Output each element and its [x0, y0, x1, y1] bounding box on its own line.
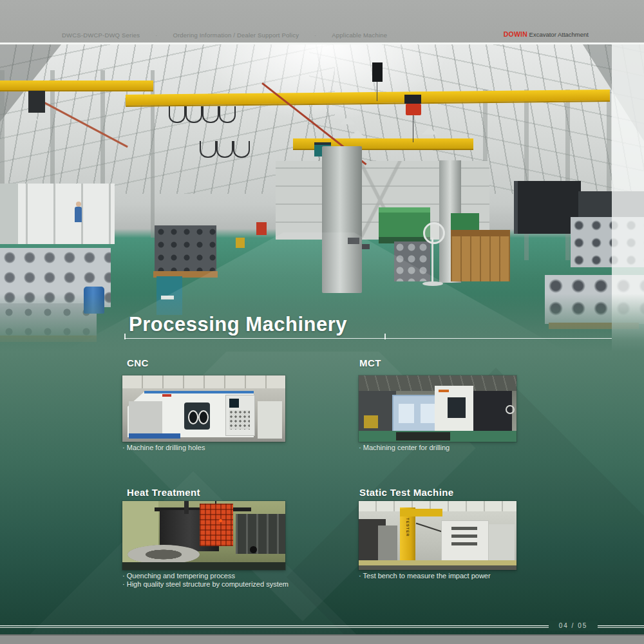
dark-floor-mat — [396, 432, 450, 440]
page-number: 04 / 05 — [549, 621, 598, 630]
hydraulic-hose — [416, 523, 442, 533]
nav-separator-icon: · — [155, 32, 157, 39]
cable-loop-icon — [216, 141, 233, 158]
photo-ceiling — [122, 375, 285, 388]
cnc-logo-mark — [162, 394, 171, 397]
cable-loop-icon — [233, 141, 250, 158]
factory-hero-photo — [0, 44, 644, 352]
mct-door-window — [448, 397, 466, 418]
heat-treatment-photo — [122, 501, 285, 570]
crane-beam-left — [0, 80, 153, 91]
fan-head-icon — [506, 405, 515, 414]
section-heading-cnc: CNC — [127, 357, 149, 368]
cabinet-vent — [451, 527, 477, 530]
hanging-control-box — [372, 62, 383, 82]
yellow-test-arm — [400, 509, 442, 516]
photo-caption-line: · High quality steel structure by comput… — [122, 580, 289, 589]
dark-floor — [122, 562, 285, 570]
worker-figure — [75, 207, 82, 222]
hoist-trolley — [404, 95, 421, 104]
tester-label: TESTER — [404, 518, 412, 556]
photo-caption-line: · Machine for drilling holes — [122, 444, 205, 452]
nav-item-applicable: Applicable Machine — [332, 32, 387, 39]
brand-suffix: Excavator Attachment — [529, 31, 589, 38]
section-heading-static-test: Static Test Machine — [359, 487, 454, 498]
mct-logo-mark — [439, 390, 449, 392]
mct-window — [421, 404, 436, 423]
brand-name: DOWIN — [504, 30, 527, 38]
cable-loop-icon — [169, 106, 185, 123]
green-machine — [379, 207, 430, 243]
title-underline — [124, 338, 612, 339]
cable-loop-icon — [185, 106, 202, 123]
cable-loop-icon — [202, 106, 219, 123]
stand-fan-pole — [431, 238, 433, 283]
orange-crate — [200, 504, 233, 546]
furnace-pipe — [184, 501, 189, 514]
cabinet-vent — [451, 542, 477, 545]
dark-equipment — [236, 514, 285, 554]
dark-floor-strip — [359, 565, 516, 570]
cnc-blue-stripe — [144, 391, 254, 393]
cable-loop-icon — [219, 106, 236, 123]
hoist-chain — [413, 115, 413, 142]
cnc-screen — [229, 399, 239, 408]
header-band: DWCS-DWCP-DWQ Series · Ordering Informat… — [0, 0, 644, 44]
dark-port — [250, 546, 257, 553]
cabinet-vent — [451, 535, 477, 538]
cable-loop-icon — [200, 141, 216, 158]
cnc-photo — [122, 375, 285, 442]
photo-caption-line: · Machining center for drilling — [359, 444, 450, 452]
gray-machine — [378, 526, 397, 562]
worker-head — [76, 202, 81, 207]
hoist-red-motor — [406, 104, 421, 115]
underline-tick — [384, 334, 386, 339]
cnc-porthole — [198, 410, 209, 424]
nav-item-series: DWCS-DWCP-DWQ Series — [62, 32, 140, 39]
gray-cabinet — [489, 524, 515, 560]
red-box — [256, 222, 267, 235]
nav-separator-icon: · — [314, 32, 316, 39]
content-section — [0, 352, 644, 634]
side-cabinet — [258, 401, 282, 439]
heat-indicator-light — [219, 519, 222, 522]
photo-caption-line: · Test bench to measure the impact power — [359, 572, 491, 580]
cnc-keypad — [229, 410, 250, 430]
brand-logotype: DOWIN Excavator Attachment — [504, 30, 589, 38]
hoist-left — [28, 91, 45, 113]
section-heading-heat-treatment: Heat Treatment — [127, 487, 200, 498]
underline-tick — [124, 334, 126, 339]
cylinder-rack — [155, 225, 216, 272]
breadcrumb: DWCS-DWCP-DWQ Series · Ordering Informat… — [62, 32, 387, 39]
photo-caption-line: · Quenching and tempering process — [122, 572, 289, 580]
wooden-crate — [451, 230, 510, 281]
yellow-equipment — [364, 415, 378, 428]
cnc-porthole — [188, 410, 198, 424]
mct-window — [399, 404, 414, 423]
cnc-headstock — [129, 401, 162, 437]
caption-cnc: · Machine for drilling holes — [122, 444, 205, 452]
footer-rule — [0, 625, 644, 628]
page-bottom-strip — [0, 634, 644, 644]
cnc-blue-base — [129, 433, 180, 439]
furnace-lid-ring — [128, 545, 200, 564]
caption-static-test: · Test bench to measure the impact power — [359, 572, 491, 580]
machine-row-left — [0, 184, 115, 244]
page-title: Processing Machinery — [129, 313, 347, 336]
brochure-page: DWCS-DWCP-DWQ Series · Ordering Informat… — [0, 0, 644, 644]
static-test-photo: TESTER — [359, 501, 516, 570]
caption-heat-treatment: · Quenching and tempering process· High … — [122, 572, 289, 589]
caption-mct: · Machining center for drilling — [359, 444, 450, 452]
nav-item-ordering: Ordering Information / Dealer Support Po… — [173, 32, 299, 39]
yellow-box — [236, 238, 245, 248]
stand-fan-head — [423, 222, 445, 244]
mct-photo — [359, 375, 516, 442]
section-heading-mct: MCT — [359, 357, 381, 368]
hoist-chain — [377, 82, 377, 101]
